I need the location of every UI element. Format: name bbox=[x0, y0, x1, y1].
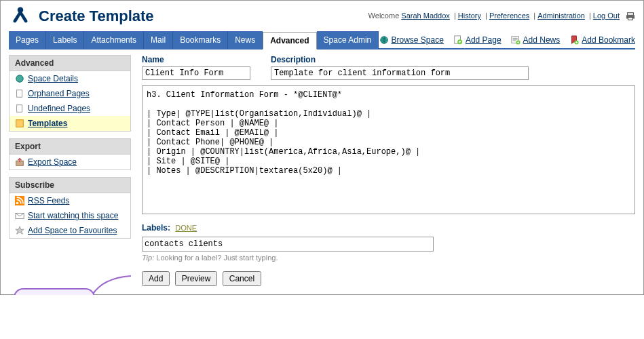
tab-bookmarks[interactable]: Bookmarks bbox=[173, 31, 228, 49]
tab-attachments[interactable]: Attachments bbox=[84, 31, 144, 49]
preferences-link[interactable]: Preferences bbox=[489, 12, 529, 20]
globe-icon bbox=[379, 35, 389, 45]
history-link[interactable]: History bbox=[458, 12, 481, 20]
callout-tail bbox=[87, 275, 134, 295]
add-bookmark-icon bbox=[569, 35, 579, 45]
rss-icon bbox=[15, 196, 24, 205]
add-bookmark-link[interactable]: Add Bookmark bbox=[569, 35, 635, 45]
sidebar-templates[interactable]: Templates bbox=[10, 116, 130, 131]
top-bar: Create Template Welcome Sarah Maddox |Hi… bbox=[9, 5, 635, 28]
sidebar-export-space[interactable]: Export Space bbox=[10, 155, 130, 170]
sidebar-orphaned-pages[interactable]: Orphaned Pages bbox=[10, 86, 130, 101]
panel-subscribe-header: Subscribe bbox=[10, 178, 130, 193]
labels-tip: Tip: Looking for a label? Just start typ… bbox=[142, 254, 635, 262]
logout-link[interactable]: Log Out bbox=[593, 12, 620, 20]
callout: Add labels to template bbox=[14, 288, 95, 295]
star-icon bbox=[15, 226, 24, 235]
tab-mail[interactable]: Mail bbox=[144, 31, 173, 49]
add-news-icon bbox=[511, 35, 520, 45]
sidebar-space-details[interactable]: Space Details bbox=[10, 71, 130, 86]
page-icon bbox=[15, 89, 24, 98]
page-title: Create Template bbox=[39, 7, 154, 25]
svg-rect-12 bbox=[16, 120, 24, 127]
mail-icon bbox=[15, 211, 24, 220]
tab-space-admin[interactable]: Space Admin bbox=[317, 31, 379, 49]
template-icon bbox=[15, 119, 24, 128]
labels-done-link[interactable]: DONE bbox=[175, 224, 197, 232]
tab-pages[interactable]: Pages bbox=[9, 31, 46, 49]
svg-rect-2 bbox=[628, 18, 633, 20]
tab-advanced[interactable]: Advanced bbox=[263, 32, 316, 49]
app-logo bbox=[9, 5, 32, 28]
add-button[interactable]: Add bbox=[142, 271, 170, 286]
page-icon bbox=[15, 104, 24, 113]
preview-button[interactable]: Preview bbox=[175, 271, 218, 286]
tab-news[interactable]: News bbox=[228, 31, 263, 49]
svg-rect-10 bbox=[17, 90, 22, 98]
template-body-textarea[interactable]: h3. Client Information Form - *@CLIENT@*… bbox=[142, 85, 635, 214]
svg-rect-0 bbox=[628, 13, 634, 16]
svg-rect-11 bbox=[17, 105, 22, 113]
description-label: Description bbox=[271, 55, 529, 64]
svg-point-9 bbox=[16, 75, 24, 83]
administration-link[interactable]: Administration bbox=[537, 12, 585, 20]
browse-space-link[interactable]: Browse Space bbox=[379, 35, 444, 45]
tab-bar: Pages Labels Attachments Mail Bookmarks … bbox=[9, 32, 635, 49]
add-news-link[interactable]: Add News bbox=[511, 35, 561, 45]
export-icon bbox=[15, 157, 24, 167]
globe-icon bbox=[15, 74, 24, 83]
add-page-link[interactable]: Add Page bbox=[453, 35, 501, 45]
labels-input[interactable] bbox=[142, 237, 434, 252]
sidebar-rss[interactable]: RSS Feeds bbox=[10, 193, 130, 208]
tab-labels[interactable]: Labels bbox=[46, 31, 84, 49]
name-input[interactable] bbox=[142, 66, 250, 80]
main-content: Name Description h3. Client Information … bbox=[142, 55, 635, 286]
panel-advanced-header: Advanced bbox=[10, 56, 130, 71]
svg-point-15 bbox=[16, 202, 19, 205]
panel-export-header: Export bbox=[10, 139, 130, 155]
user-link[interactable]: Sarah Maddox bbox=[401, 12, 450, 20]
cancel-button[interactable]: Cancel bbox=[223, 271, 261, 286]
sidebar-favourite[interactable]: Add Space to Favourites bbox=[10, 223, 130, 238]
sidebar: Advanced Space Details Orphaned Pages Un… bbox=[9, 55, 131, 286]
add-page-icon bbox=[453, 35, 463, 45]
sidebar-undefined-pages[interactable]: Undefined Pages bbox=[10, 101, 130, 116]
labels-title: Labels: bbox=[142, 223, 170, 233]
sidebar-watch[interactable]: Start watching this space bbox=[10, 208, 130, 223]
name-label: Name bbox=[142, 55, 250, 64]
description-input[interactable] bbox=[271, 66, 529, 80]
print-icon[interactable] bbox=[626, 12, 635, 21]
user-links: Welcome Sarah Maddox |History |Preferenc… bbox=[368, 12, 635, 21]
